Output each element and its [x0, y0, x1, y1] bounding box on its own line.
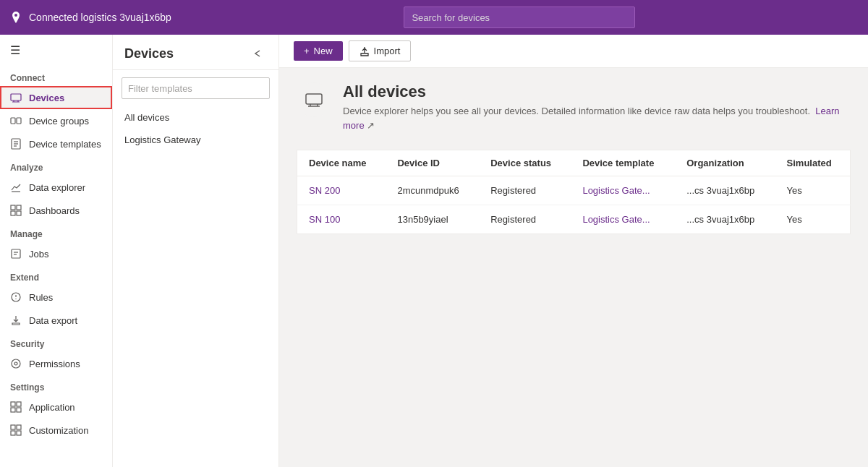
sidebar-item-jobs[interactable]: Jobs [0, 242, 112, 265]
device-groups-icon [10, 115, 22, 127]
page-desc-text: Device explorer helps you see all your d… [343, 106, 810, 116]
col-device-template: Device template [571, 150, 675, 176]
section-label-extend: Extend [0, 265, 112, 286]
sidebar-item-device-templates-label: Device templates [29, 139, 101, 150]
section-label-manage: Manage [0, 222, 112, 242]
col-device-id: Device ID [386, 150, 479, 176]
page-description: Device explorer helps you see all your d… [343, 104, 851, 132]
table-row: SN 100 13n5b9yiael Registered Logistics … [297, 205, 851, 234]
cell-simulated: Yes [775, 176, 851, 205]
customization-icon [10, 424, 22, 436]
application-icon [10, 401, 22, 413]
data-export-icon [10, 314, 22, 326]
section-label-analyze: Analyze [0, 155, 112, 176]
table-row: SN 200 2mcunmdpuk6 Registered Logistics … [297, 176, 851, 205]
page-header: All devices Device explorer helps you se… [297, 82, 851, 132]
sidebar-item-dashboards-label: Dashboards [29, 205, 80, 216]
middle-panel-close[interactable] [250, 45, 267, 62]
middle-header: Devices [113, 35, 278, 70]
sidebar-item-data-export-label: Data export [29, 315, 77, 326]
location-icon [9, 10, 23, 25]
new-button[interactable]: + New [294, 41, 343, 61]
new-label: New [314, 46, 333, 56]
filter-templates-input[interactable]: Filter templates [122, 77, 270, 99]
cell-simulated: Yes [775, 205, 851, 234]
sidebar-item-rules-label: Rules [29, 292, 53, 303]
svg-rect-24 [11, 425, 15, 429]
sidebar-item-data-explorer[interactable]: Data explorer [0, 176, 112, 199]
device-template-link[interactable]: Logistics Gate... [582, 185, 650, 196]
sidebar-item-rules[interactable]: Rules [0, 286, 112, 309]
device-name-link[interactable]: SN 100 [309, 214, 340, 225]
sidebar-item-application-label: Application [29, 402, 75, 413]
cell-device-status: Registered [479, 176, 571, 205]
section-label-settings: Settings [0, 375, 112, 395]
svg-rect-12 [12, 249, 20, 258]
hamburger-menu[interactable]: ☰ [0, 35, 112, 66]
svg-rect-28 [306, 94, 322, 104]
cell-device-status: Registered [479, 205, 571, 234]
svg-rect-25 [17, 425, 21, 429]
svg-rect-23 [17, 408, 21, 412]
sidebar-item-customization-label: Customization [29, 425, 88, 436]
page-icon [297, 82, 331, 117]
sidebar-item-application[interactable]: Application [0, 395, 112, 419]
app-name: Connected logistics 3vuaj1x6bp [29, 12, 171, 23]
sidebar-item-jobs-label: Jobs [29, 249, 48, 260]
middle-panel-title: Devices [124, 46, 174, 61]
svg-rect-26 [11, 431, 15, 435]
cell-device-template: Logistics Gate... [571, 176, 675, 205]
nav-logistics-gateway[interactable]: Logistics Gateway [113, 129, 278, 151]
sidebar-item-permissions[interactable]: Permissions [0, 352, 112, 375]
device-templates-icon [10, 138, 22, 150]
search-placeholder: Search for devices [412, 12, 490, 23]
nav-all-devices[interactable]: All devices [113, 106, 278, 129]
device-name-link[interactable]: SN 200 [309, 185, 340, 196]
svg-rect-22 [11, 408, 15, 412]
sidebar-item-device-groups-label: Device groups [29, 116, 89, 127]
global-search[interactable]: Search for devices [404, 7, 635, 28]
toolbar: + New Import [279, 35, 868, 68]
sidebar-item-data-export[interactable]: Data export [0, 309, 112, 332]
cell-device-id: 2mcunmdpuk6 [386, 176, 479, 205]
col-organization: Organization [675, 150, 775, 176]
page-title: All devices [343, 82, 851, 101]
col-device-status: Device status [479, 150, 571, 176]
devices-table: Device name Device ID Device status Devi… [297, 150, 851, 234]
sidebar-item-permissions-label: Permissions [29, 359, 80, 369]
svg-rect-1 [11, 118, 15, 124]
svg-rect-8 [11, 205, 15, 210]
dashboards-icon [10, 205, 22, 216]
sidebar-item-device-templates[interactable]: Device templates [0, 132, 112, 155]
import-button[interactable]: Import [349, 40, 412, 61]
sidebar-item-devices[interactable]: Devices [0, 86, 112, 109]
col-simulated: Simulated [775, 150, 851, 176]
svg-point-19 [14, 362, 17, 365]
page-header-text: All devices Device explorer helps you se… [343, 82, 851, 132]
devices-icon [10, 92, 22, 103]
device-template-link[interactable]: Logistics Gate... [582, 214, 650, 225]
content-area: + New Import [279, 35, 868, 467]
sidebar: ☰ Connect Devices Device groups Device t… [0, 35, 113, 467]
svg-point-18 [12, 359, 20, 368]
section-label-connect: Connect [0, 66, 112, 86]
sidebar-item-customization[interactable]: Customization [0, 419, 112, 442]
middle-panel: Devices Filter templates All devices Log… [113, 35, 279, 467]
permissions-icon [10, 358, 22, 369]
col-device-name: Device name [297, 150, 386, 176]
cell-organization: ...cs 3vuaj1x6bp [675, 176, 775, 205]
svg-rect-2 [17, 118, 21, 124]
nav-logistics-gateway-label: Logistics Gateway [124, 134, 201, 145]
all-devices-icon [304, 90, 324, 110]
svg-rect-0 [11, 94, 21, 100]
sidebar-item-device-groups[interactable]: Device groups [0, 109, 112, 132]
svg-rect-11 [17, 211, 21, 215]
hamburger-icon: ☰ [10, 44, 20, 56]
sidebar-item-dashboards[interactable]: Dashboards [0, 199, 112, 222]
new-icon: + [304, 46, 310, 56]
section-label-security: Security [0, 332, 112, 352]
import-icon [359, 46, 370, 56]
sidebar-item-data-explorer-label: Data explorer [29, 182, 85, 193]
cell-device-template: Logistics Gate... [571, 205, 675, 234]
cell-device-id: 13n5b9yiael [386, 205, 479, 234]
